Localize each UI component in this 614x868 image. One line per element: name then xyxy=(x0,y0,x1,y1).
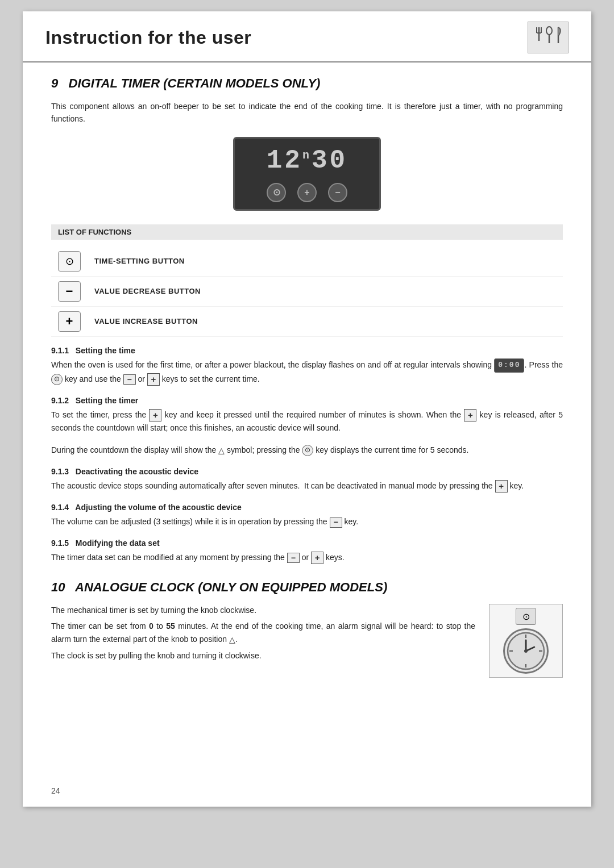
inline-plus-3: + xyxy=(464,409,476,422)
section10-text1: The mechanical timer is set by turning t… xyxy=(51,604,475,616)
section9-heading: DIGITAL TIMER (CERTAIN MODELS ONLY) xyxy=(69,76,321,90)
subsection-9-1-2: 9.1.2 Setting the timer To set the timer… xyxy=(51,396,563,457)
time-setting-icon: ⊙ xyxy=(58,251,81,272)
header: Instruction for the user xyxy=(23,11,591,62)
timer-minus-btn[interactable]: − xyxy=(328,183,347,202)
section10-text2: The timer can be set from 0 to 55 minute… xyxy=(51,620,475,646)
page-number: 24 xyxy=(51,786,60,795)
inline-display-000: 0:00 xyxy=(494,358,524,373)
increase-icon: + xyxy=(58,311,81,332)
subsection-9-1-5-text: The timer data set can be modified at an… xyxy=(51,551,563,564)
svg-point-4 xyxy=(546,27,552,35)
timer-digits: 12n30 xyxy=(267,148,347,174)
subsection-9-1-5: 9.1.5 Modifying the data set The timer d… xyxy=(51,539,563,564)
inline-plus-2: + xyxy=(149,409,161,422)
inline-plus-5: + xyxy=(311,552,323,564)
subsection-9-1-4-text: The volume can be adjusted (3 settings) … xyxy=(51,515,563,528)
timer-buttons: ⊙ + − xyxy=(267,183,347,202)
clock-face xyxy=(503,628,549,674)
inline-clock-btn2: ⊙ xyxy=(302,445,313,456)
timer-clock-btn[interactable]: ⊙ xyxy=(267,183,286,202)
function-row-3: + VALUE INCREASE BUTTON xyxy=(51,307,563,337)
subsection-9-1-3-heading: Deactivating the acoustic device xyxy=(76,467,198,476)
subsection-9-1-4-number: 9.1.4 xyxy=(51,503,69,512)
inline-clock-btn: ⊙ xyxy=(51,374,63,385)
section9-title: 9 DIGITAL TIMER (CERTAIN MODELS ONLY) xyxy=(51,76,563,91)
clock-svg xyxy=(506,631,546,671)
subsection-9-1-5-number: 9.1.5 xyxy=(51,539,69,548)
function-row-1: ⊙ TIME-SETTING BUTTON xyxy=(51,247,563,277)
page-title: Instruction for the user xyxy=(45,27,251,48)
subsection-9-1-4-title: 9.1.4 Adjusting the volume of the acoust… xyxy=(51,503,563,512)
subsection-9-1-2-title: 9.1.2 Setting the timer xyxy=(51,396,563,405)
subsection-9-1-3-title: 9.1.3 Deactivating the acoustic device xyxy=(51,467,563,476)
subsection-9-1-5-heading: Modifying the data set xyxy=(76,539,160,548)
subsection-9-1-3: 9.1.3 Deactivating the acoustic device T… xyxy=(51,467,563,493)
inline-plus-btn: + xyxy=(147,373,160,386)
timer-display: 12n30 ⊙ + − xyxy=(233,137,381,211)
subsection-9-1-5-title: 9.1.5 Modifying the data set xyxy=(51,539,563,548)
inline-minus-btn: − xyxy=(123,374,136,385)
subsection-9-1-1: 9.1.1 Setting the time When the oven is … xyxy=(51,346,563,386)
inline-plus-4: + xyxy=(495,480,508,493)
page: Instruction for the user 9 DIGITAL TIMER… xyxy=(23,11,591,807)
section10: 10 ANALOGUE CLOCK (ONLY ON EQUIPPED MODE… xyxy=(51,580,563,678)
subsection-9-1-3-text: The acoustic device stops sounding autom… xyxy=(51,479,563,493)
section9-intro: This component allows an on-off beeper t… xyxy=(51,100,563,126)
section10-text3: The clock is set by pulling the knob and… xyxy=(51,649,475,662)
clock-image: ⊙ xyxy=(489,604,563,678)
inline-minus-2: − xyxy=(330,518,342,528)
subsection-9-1-1-text: When the oven is used for the first time… xyxy=(51,358,563,386)
section10-number: 10 xyxy=(51,580,65,594)
decrease-icon: − xyxy=(58,281,81,302)
timer-dot: n xyxy=(302,148,312,161)
timer-display-container: 12n30 ⊙ + − xyxy=(51,137,563,211)
svg-point-14 xyxy=(524,649,528,653)
cooking-tools-icon xyxy=(532,25,564,50)
subsection-9-1-1-number: 9.1.1 xyxy=(51,346,69,355)
subsection-9-1-2-text1: To set the timer, press the + key and ke… xyxy=(51,408,563,435)
subsection-9-1-1-title: 9.1.1 Setting the time xyxy=(51,346,563,355)
section10-title: 10 ANALOGUE CLOCK (ONLY ON EQUIPPED MODE… xyxy=(51,580,563,595)
subsection-9-1-2-number: 9.1.2 xyxy=(51,396,69,405)
subsection-9-1-4-heading: Adjusting the volume of the acoustic dev… xyxy=(75,503,242,512)
section9-number: 9 xyxy=(51,76,58,90)
subsection-9-1-2-heading: Setting the timer xyxy=(76,396,138,405)
subsection-9-1-1-heading: Setting the time xyxy=(76,346,135,355)
inline-minus-3: − xyxy=(287,553,300,563)
function-label-3: VALUE INCREASE BUTTON xyxy=(94,317,198,326)
content: 9 DIGITAL TIMER (CERTAIN MODELS ONLY) Th… xyxy=(23,62,591,700)
function-label-1: TIME-SETTING BUTTON xyxy=(94,257,185,265)
subsection-9-1-4: 9.1.4 Adjusting the volume of the acoust… xyxy=(51,503,563,528)
subsection-9-1-3-number: 9.1.3 xyxy=(51,467,69,476)
bell-symbol: △ xyxy=(218,444,225,457)
function-label-2: VALUE DECREASE BUTTON xyxy=(94,287,201,295)
bell-symbol2: △ xyxy=(229,633,235,646)
section10-text: The mechanical timer is set by turning t… xyxy=(51,604,475,671)
timer-plus-btn[interactable]: + xyxy=(297,183,317,202)
section10-content: The mechanical timer is set by turning t… xyxy=(51,604,563,678)
clock-top-icon: ⊙ xyxy=(516,608,536,625)
list-of-functions-header: LIST OF FUNCTIONS xyxy=(51,224,563,240)
subsection-9-1-2-text2: During the countdown the display will sh… xyxy=(51,444,563,457)
function-row-2: − VALUE DECREASE BUTTON xyxy=(51,277,563,307)
header-icon xyxy=(528,22,569,53)
section10-heading: ANALOGUE CLOCK (ONLY ON EQUIPPED MODELS) xyxy=(75,580,387,594)
